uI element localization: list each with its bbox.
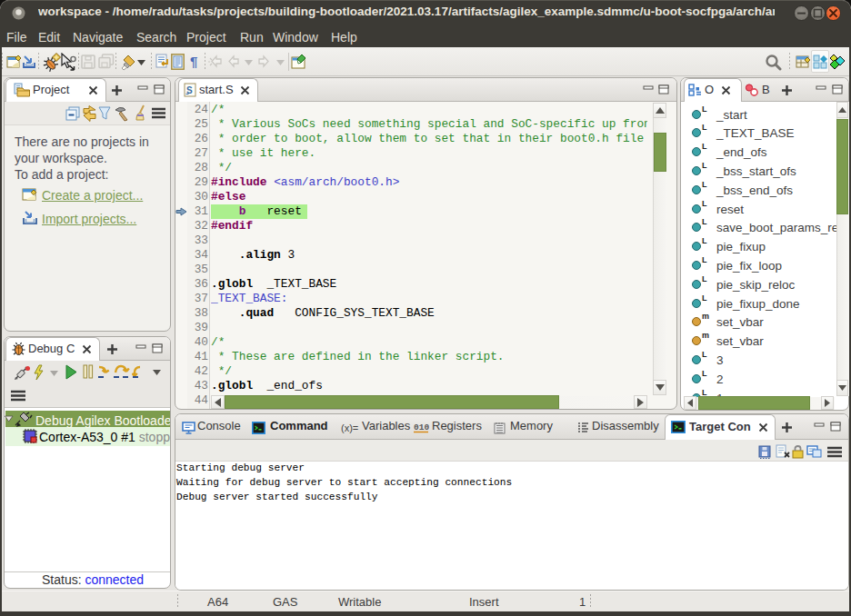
svg-text:(x)=: (x)= [341, 422, 358, 433]
svg-text:010: 010 [414, 422, 429, 432]
